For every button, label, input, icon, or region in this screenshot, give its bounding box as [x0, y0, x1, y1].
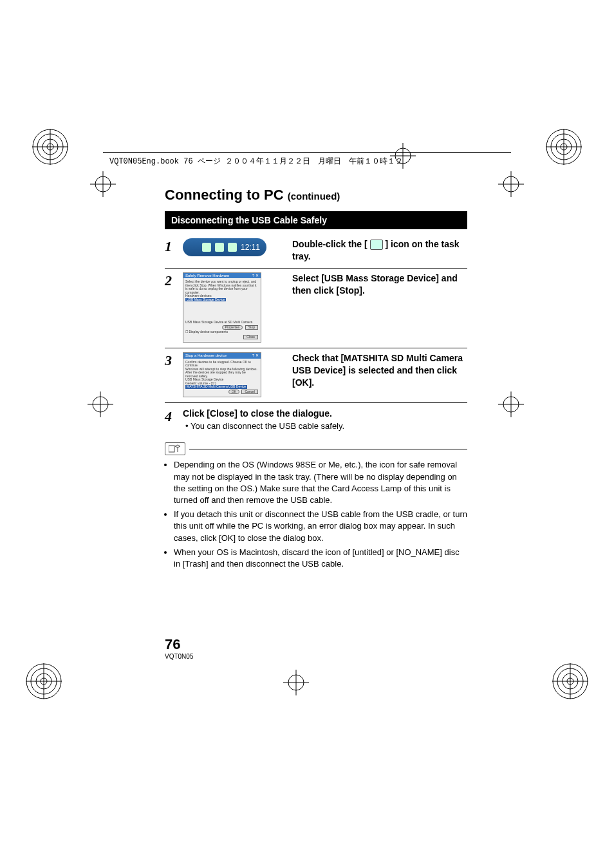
registration-mark [26, 663, 62, 699]
dialog-close-icon: ? ✕ [252, 354, 259, 358]
step-4-sub-text: You can disconnect the USB cable safely. [191, 421, 344, 431]
dialog-titlebar: Stop a Hardware device? ✕ [183, 353, 261, 359]
svg-point-2 [42, 139, 58, 155]
step-4-sub: • You can disconnect the USB cable safel… [185, 421, 467, 431]
step-number: 2 [165, 272, 183, 289]
svg-rect-42 [169, 446, 174, 452]
step-number: 4 [165, 408, 183, 425]
registration-mark [546, 129, 582, 165]
crosshair-icon [498, 171, 524, 197]
svg-point-12 [26, 664, 61, 699]
step-3: 3 Stop a Hardware device? ✕ Confirm devi… [165, 348, 467, 403]
selected-device: USB Mass Storage Device [185, 298, 226, 302]
svg-point-30 [93, 397, 108, 412]
safely-remove-icon [228, 243, 237, 252]
crosshair-icon [283, 670, 309, 695]
svg-point-14 [36, 674, 51, 689]
dialog-message-2: Windows will attempt to stop the followi… [185, 367, 257, 378]
crosshair-icon [88, 392, 113, 417]
svg-point-13 [31, 668, 57, 694]
step-4: 4 Click [Close] to close the dialogue. •… [165, 403, 467, 433]
step-1-text-pre: Double-click the [ [292, 239, 367, 249]
note-heading-row [165, 442, 467, 455]
display-components-label: Display device components [189, 330, 228, 334]
properties-button: Properties [222, 325, 243, 330]
svg-point-0 [33, 129, 68, 164]
svg-point-19 [557, 668, 583, 694]
svg-point-27 [503, 176, 519, 192]
dialog-message: Confirm devices to be stopped. Choose OK… [185, 360, 251, 368]
step-2-text: Select [USB Mass Storage Device] and the… [292, 272, 467, 297]
ok-button: OK [228, 390, 239, 395]
stop-button: Stop [245, 325, 258, 330]
page-footer: 76 VQT0N05 [165, 636, 193, 660]
svg-point-36 [288, 675, 304, 690]
note-item: Depending on the OS (Windows 98SE or Me,… [174, 459, 467, 506]
note-icon [165, 442, 185, 455]
step-3-text: Check that [MATSHITA SD Multi Camera USB… [292, 352, 467, 389]
notes-list: Depending on the OS (Windows 98SE or Me,… [165, 459, 467, 570]
svg-point-15 [41, 678, 47, 684]
dialog-title: Safely Remove Hardware [185, 274, 229, 278]
step-number: 1 [165, 238, 183, 255]
svg-point-18 [553, 664, 588, 699]
step-1-text: Double-click the [ ] icon on the task tr… [292, 238, 467, 263]
note-item: If you detach this unit or disconnect th… [174, 509, 467, 544]
dialog-title: Stop a Hardware device [185, 354, 227, 358]
step-2-figure: Safely Remove Hardware? ✕ Select the dev… [183, 272, 273, 343]
svg-point-7 [551, 134, 577, 160]
step-4-heading: Click [Close] to close the dialogue. [183, 408, 467, 419]
dialog-titlebar: Safely Remove Hardware? ✕ [183, 273, 261, 279]
svg-point-3 [47, 144, 53, 150]
page-content: Connecting to PC (continued) Disconnecti… [165, 187, 467, 572]
header-text: VQT0N05Eng.book 76 ページ ２００４年１１月２２日 月曜日 午… [109, 156, 403, 167]
header-rule [103, 152, 511, 153]
dialog-close-icon: ? ✕ [252, 274, 259, 278]
safely-remove-hardware-dialog: Safely Remove Hardware? ✕ Select the dev… [183, 272, 261, 343]
registration-mark [552, 663, 588, 699]
svg-point-9 [561, 144, 567, 150]
note-item: When your OS is Macintosh, discard the i… [174, 547, 467, 570]
dialog-message: Select the device you want to unplug or … [185, 279, 256, 294]
svg-point-6 [546, 129, 581, 164]
crosshair-icon [90, 171, 116, 197]
svg-point-20 [563, 674, 578, 689]
tray-clock: 12:11 [241, 243, 260, 252]
crosshair-icon [498, 392, 524, 417]
svg-point-24 [95, 176, 111, 192]
svg-point-1 [37, 134, 63, 160]
device-description: USB Mass Storage Device at SD Multi Came… [185, 320, 252, 324]
page-number: 76 [165, 636, 193, 653]
step-1-figure: 12:11 [183, 238, 273, 256]
svg-point-21 [567, 678, 573, 684]
step-2: 2 Safely Remove Hardware? ✕ Select the d… [165, 269, 467, 349]
page-title-continued: (continued) [288, 191, 340, 202]
volume-icon [215, 243, 224, 252]
stop-hardware-device-dialog: Stop a Hardware device? ✕ Confirm device… [183, 352, 261, 397]
section-heading: Disconnecting the USB Cable Safely [165, 211, 467, 229]
registration-mark [32, 129, 68, 165]
step-number: 3 [165, 352, 183, 369]
safely-remove-hardware-icon [370, 240, 383, 250]
note-rule [189, 449, 467, 449]
page-title: Connecting to PC (continued) [165, 187, 467, 203]
msn-icon [202, 243, 211, 252]
svg-point-33 [503, 397, 519, 412]
step-3-figure: Stop a Hardware device? ✕ Confirm device… [183, 352, 273, 397]
step-1: 1 12:11 Double-click the [ ] icon on the… [165, 234, 467, 269]
page-code: VQT0N05 [165, 653, 193, 660]
cancel-button: Cancel [241, 390, 258, 395]
bullet: • [185, 421, 189, 431]
system-tray: 12:11 [183, 238, 266, 256]
close-button: Close [243, 335, 258, 340]
svg-point-8 [556, 139, 572, 155]
page-title-main: Connecting to PC [165, 187, 284, 203]
